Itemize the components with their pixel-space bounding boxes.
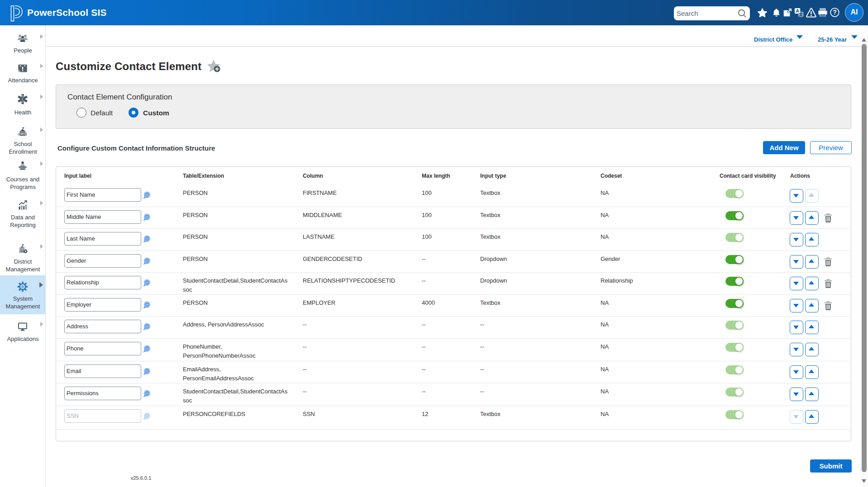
svg-text:?: ?: [833, 9, 837, 16]
svg-text:文: 文: [799, 12, 803, 17]
